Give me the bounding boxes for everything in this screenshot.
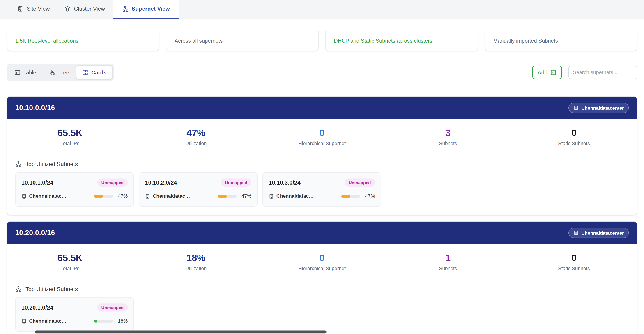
stat-label: Total IPs xyxy=(7,141,133,146)
stat-total-ips: 65.5K Total IPs xyxy=(7,128,133,146)
stat-hierarchical-supernet: 0 Hierarchical Supernet xyxy=(259,128,385,146)
tab-site-view[interactable]: Site View xyxy=(10,0,57,19)
add-label: Add xyxy=(538,69,548,75)
stat-value: 0 xyxy=(511,128,637,139)
utilization-bar xyxy=(218,195,236,197)
stat-label: Subnets xyxy=(385,141,511,146)
tab-label: Cluster View xyxy=(74,6,105,12)
supernet-stats: 65.5K Total IPs 18% Utilization 0 Hierar… xyxy=(7,244,637,279)
toolbar: Table Tree Cards Add xyxy=(6,64,638,81)
view-tabs: Site View Cluster View Supernet View xyxy=(0,0,644,20)
stat-label: Hierarchical Supernet xyxy=(259,141,385,146)
table-icon xyxy=(14,69,20,75)
subnet-card[interactable]: 10.20.1.0/24 Unmapped Chennaidatacenter … xyxy=(15,297,134,332)
summary-text: 1.5K Root-level allocations xyxy=(15,38,78,44)
stat-total-ips: 65.5K Total IPs xyxy=(7,252,133,271)
supernet-stats: 65.5K Total IPs 47% Utilization 0 Hierar… xyxy=(7,119,637,154)
tree-view-button[interactable]: Tree xyxy=(43,66,75,80)
unmapped-badge: Unmapped xyxy=(344,178,375,186)
stat-subnets: 1 Subnets xyxy=(385,252,511,271)
utilization-percent: 47% xyxy=(239,193,252,199)
subnet-cidr: 10.20.1.0/24 xyxy=(22,304,54,311)
tab-cluster-view[interactable]: Cluster View xyxy=(57,0,112,19)
subnet-card[interactable]: 10.10.1.0/24 Unmapped Chennaidatacenter … xyxy=(15,172,134,207)
view-mode-toggle: Table Tree Cards xyxy=(6,64,114,81)
tab-supernet-view[interactable]: Supernet View xyxy=(112,0,180,19)
summary-card-imported: Manually imported Subnets xyxy=(484,31,638,52)
add-button[interactable]: Add xyxy=(532,66,562,79)
subnet-cards-row: 10.20.1.0/24 Unmapped Chennaidatacenter … xyxy=(15,297,629,332)
cards-grid-icon xyxy=(82,69,88,75)
supernet-card-header: 10.20.0.0/16 Chennaidatacenter xyxy=(7,222,637,244)
unmapped-badge: Unmapped xyxy=(97,303,128,311)
utilization-bar xyxy=(342,195,360,197)
stat-value: 47% xyxy=(133,128,259,139)
button-label: Tree xyxy=(58,69,69,75)
supernet-cidr: 10.10.0.0/16 xyxy=(15,104,55,112)
stat-label: Static Subnets xyxy=(511,141,637,146)
subnet-site-name: Chennaidatacenter xyxy=(29,193,67,199)
subnet-cidr: 10.10.2.0/24 xyxy=(145,179,177,186)
stat-value: 18% xyxy=(133,252,259,263)
search-input[interactable] xyxy=(568,66,638,79)
button-label: Cards xyxy=(91,69,106,75)
subnet-site-name: Chennaidatacenter xyxy=(276,193,314,199)
supernet-cidr: 10.20.0.0/16 xyxy=(15,229,55,237)
horizontal-scrollbar-thumb[interactable] xyxy=(35,330,326,333)
stat-value: 0 xyxy=(259,252,385,263)
summary-text: DHCP and Static Subnets across clusters xyxy=(334,38,432,44)
cards-view-button[interactable]: Cards xyxy=(76,66,113,80)
site-badge[interactable]: Chennaidatacenter xyxy=(569,228,629,238)
site-badge-label: Chennaidatacenter xyxy=(581,230,624,235)
stat-label: Hierarchical Supernet xyxy=(259,266,385,271)
building-icon xyxy=(22,193,27,199)
table-view-button[interactable]: Table xyxy=(8,66,42,80)
stat-label: Subnets xyxy=(385,266,511,271)
utilization-percent: 18% xyxy=(116,318,128,324)
building-icon xyxy=(17,6,23,12)
network-icon xyxy=(122,6,128,12)
summary-card-subnets: DHCP and Static Subnets across clusters xyxy=(326,31,478,52)
stat-subnets: 3 Subnets xyxy=(385,128,511,146)
tab-label: Supernet View xyxy=(132,6,170,12)
stat-utilization: 18% Utilization xyxy=(133,252,259,271)
supernet-card: 10.10.0.0/16 Chennaidatacenter 65.5K Tot… xyxy=(6,96,638,215)
subnet-site-name: Chennaidatacenter xyxy=(29,318,67,324)
subnet-card[interactable]: 10.10.2.0/24 Unmapped Chennaidatacenter … xyxy=(139,172,258,207)
building-icon xyxy=(268,193,274,199)
stat-static-subnets: 0 Static Subnets xyxy=(511,128,637,146)
stat-value: 65.5K xyxy=(7,128,133,139)
building-icon xyxy=(574,105,579,111)
utilization-bar xyxy=(94,195,113,197)
button-label: Table xyxy=(24,69,36,75)
tree-icon xyxy=(50,69,56,75)
site-badge[interactable]: Chennaidatacenter xyxy=(569,103,629,113)
dropdown-caret-icon xyxy=(550,69,556,75)
subnet-cidr: 10.10.1.0/24 xyxy=(22,179,54,186)
top-utilized-subnets-title: Top Utilized Subnets xyxy=(15,286,629,292)
building-icon xyxy=(22,318,27,324)
utilization-bar xyxy=(94,319,113,322)
divider xyxy=(6,88,638,88)
stat-value: 3 xyxy=(385,128,511,139)
site-badge-label: Chennaidatacenter xyxy=(581,105,624,110)
tree-icon xyxy=(15,286,22,292)
stat-utilization: 47% Utilization xyxy=(133,128,259,146)
stat-value: 0 xyxy=(259,128,385,139)
tree-icon xyxy=(15,161,22,167)
building-icon xyxy=(574,230,579,236)
stat-hierarchical-supernet: 0 Hierarchical Supernet xyxy=(259,252,385,271)
subnet-site-name: Chennaidatacenter xyxy=(153,193,191,199)
summary-cards: 1.5K Root-level allocations Across all s… xyxy=(6,31,638,52)
top-utilized-subnets-title: Top Utilized Subnets xyxy=(15,161,629,167)
stat-label: Static Subnets xyxy=(511,266,637,271)
utilization-percent: 47% xyxy=(116,193,128,199)
stat-static-subnets: 0 Static Subnets xyxy=(511,252,637,271)
layers-icon xyxy=(64,6,70,12)
subnet-card[interactable]: 10.10.3.0/24 Unmapped Chennaidatacenter … xyxy=(262,172,381,207)
subnet-cards-row: 10.10.1.0/24 Unmapped Chennaidatacenter … xyxy=(15,172,629,207)
unmapped-badge: Unmapped xyxy=(221,178,251,186)
stat-value: 1 xyxy=(385,252,511,263)
supernet-card: 10.20.0.0/16 Chennaidatacenter 65.5K Tot… xyxy=(6,221,638,334)
subnet-cidr: 10.10.3.0/24 xyxy=(268,179,300,186)
